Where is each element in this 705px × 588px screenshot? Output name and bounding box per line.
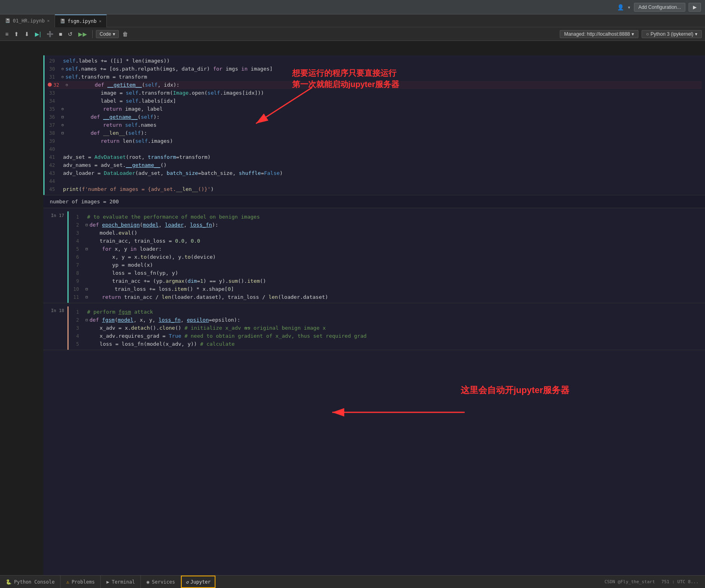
code-line-30: 30 ⊖ self.names += [os.path.relpath(imgs… [48, 65, 702, 73]
server-arrow: ▾ [632, 31, 634, 37]
code-line-37: 37 ⊖ return self.names [48, 121, 702, 129]
code-line-18-1: 1 # perform fgsm attack [72, 308, 702, 316]
run-all-button[interactable]: ▶▶ [76, 30, 89, 39]
toolbar-sep [92, 30, 93, 38]
code-line-17-11: 11 ⊟ return train_acc / len(loader.datas… [72, 293, 702, 301]
tab-label-2: fsgm.ipynb [68, 18, 97, 24]
code-line-18-5: 5 loss = loss_fn(model(x_adv, y)) # calc… [72, 340, 702, 348]
services-label: Services [152, 579, 175, 585]
add-cell-above-button[interactable]: ⬆ [12, 30, 21, 39]
code-line-39: 39 return len(self.images) [48, 137, 702, 145]
code-line-32: 32 ⊖ def __getitem__(self, idx): [48, 81, 702, 89]
tab-fsgm-ipynb[interactable]: 📓 fsgm.ipynb ✕ [55, 14, 107, 27]
jupyter-refresh-icon: ↺ [186, 579, 189, 585]
status-bar: 🐍 Python Console ⚠ Problems ▶ Terminal ◉… [0, 575, 705, 588]
services-icon: ◉ [146, 579, 149, 585]
dropdown-arrow: ▾ [113, 31, 115, 37]
kernel-arrow: ▾ [695, 31, 697, 37]
server-label: Managed: http://localhost:8888 [564, 31, 630, 37]
terminal-label: Terminal [112, 579, 135, 585]
code-line-43: 43 adv_loader = DataLoader(adv_set, batc… [48, 169, 702, 177]
code-line-35: 35 ⊖ return image, label [48, 105, 702, 113]
code-line-17-3: 3 model.eval() [72, 229, 702, 237]
coords-label: 751 : UTC 8... [661, 579, 699, 584]
status-services[interactable]: ◉ Services [141, 576, 181, 588]
code-line-17-5: 5 ⊟ for x, y in loader: [72, 245, 702, 253]
kernel-dropdown[interactable]: ○ Python 3 (ipykernel) ▾ [642, 30, 702, 38]
code-lines-18: 1 # perform fgsm attack 2 ⊟ def fgsm(mod… [69, 306, 705, 350]
tab-hr-ipynb[interactable]: 📓 01_HR.ipynb ✕ [0, 14, 55, 27]
output-text-16: number of images = 200 [50, 199, 119, 205]
top-bar: 👤 ▾ Add Configuration... ▶ [0, 0, 705, 14]
code-line-17-10: 10 ⊟ train_loss += loss.item() * x.shape… [72, 285, 702, 293]
stop-button[interactable]: ■ [57, 30, 64, 39]
code-line-44: 44 [48, 177, 702, 185]
cell-type-dropdown[interactable]: Code ▾ [96, 30, 119, 38]
status-jupyter[interactable]: ↺ Jupyter [181, 576, 215, 588]
notebook-icon-2: 📓 [60, 18, 65, 24]
code-cell-16: 29 self.labels += ([i] * len(images)) 30… [43, 55, 705, 208]
toolbar: ≡ ⬆ ⬇ ▶| ➕ ■ ↺ ▶▶ Code ▾ 🗑 Managed: http… [0, 27, 705, 41]
run-arrow-button[interactable]: ▶ [689, 3, 701, 12]
add-cell-below-button[interactable]: ⬇ [22, 30, 31, 39]
code-line-45: 45 print(f'number of images = {adv_set._… [48, 185, 702, 193]
code-line-17-2: 2 ⊟ def epoch_benign(model, loader, loss… [72, 221, 702, 229]
delete-cell-button[interactable]: 🗑 [120, 30, 130, 39]
problems-dot-icon: ⚠ [66, 579, 69, 585]
code-line-17-8: 8 loss = loss_fn(yp, y) [72, 269, 702, 277]
kernel-label: Python 3 (ipykernel) [650, 31, 693, 37]
nav-up-button[interactable]: ≡ [3, 30, 10, 39]
cell-output-16: number of images = 200 [43, 195, 705, 208]
notebook-icon-1: 📓 [5, 18, 10, 23]
code-line-34: 34 label = self.labels[idx] [48, 97, 702, 105]
code-editor[interactable]: 29 self.labels += ([i] * len(images)) 30… [43, 55, 705, 575]
code-line-17-1: 1 # to evaluate the performance of model… [72, 213, 702, 221]
python-console-label: Python Console [14, 579, 55, 585]
code-line-18-4: 4 x_adv.requires_grad = True # need to o… [72, 332, 702, 340]
code-line-42: 42 adv_names = adv_set.__getname__() [48, 161, 702, 169]
code-line-18-2: 2 ⊟ def fgsm(model, x, y, loss_fn, epsil… [72, 316, 702, 324]
code-line-38: 38 ⊟ def __len__(self): [48, 129, 702, 137]
code-lines-17: 1 # to evaluate the performance of model… [69, 211, 705, 303]
code-line-29: 29 self.labels += ([i] * len(images)) [48, 57, 702, 65]
user-icon[interactable]: 👤 ▾ [617, 4, 631, 10]
code-line-17-4: 4 train_acc, train_loss = 0.0, 0.0 [72, 237, 702, 245]
code-line-18-3: 3 x_adv = x.detach().clone() # initializ… [72, 324, 702, 332]
problems-label: Problems [71, 579, 95, 585]
add-config-button[interactable]: Add Configuration... [634, 3, 685, 12]
cell-label-18: In 18 [43, 306, 67, 350]
server-dropdown[interactable]: Managed: http://localhost:8888 ▾ [560, 30, 638, 38]
cell-type-label: Code [100, 31, 111, 37]
terminal-icon: ▶ [106, 579, 109, 585]
code-line-36: 36 ⊟ def __getname__(self): [48, 113, 702, 121]
code-line-40: 40 [48, 145, 702, 153]
add-cell-button[interactable]: ➕ [45, 30, 55, 39]
status-problems[interactable]: ⚠ Problems [61, 576, 101, 588]
server-selector: Managed: http://localhost:8888 ▾ ○ Pytho… [560, 30, 702, 38]
status-right: CSDN @Fly_the_start 751 : UTC 8... [604, 579, 705, 584]
annotation-text-2: 这里会自动开jupyter服务器 [461, 384, 569, 396]
tab-bar: 📓 01_HR.ipynb ✕ 📓 fsgm.ipynb ✕ [0, 14, 705, 27]
status-terminal[interactable]: ▶ Terminal [101, 576, 141, 588]
tab-label-1: 01_HR.ipynb [13, 18, 45, 24]
annotation-2: 这里会自动开jupyter服务器 [324, 392, 485, 434]
restart-button[interactable]: ↺ [66, 30, 75, 39]
code-line-33: 33 image = self.transform(Image.open(sel… [48, 89, 702, 97]
code-lines-16: 29 self.labels += ([i] * len(images)) 30… [45, 55, 705, 195]
kernel-icon: ○ [646, 31, 649, 37]
code-line-41: 41 adv_set = AdvDataset(root, transform=… [48, 153, 702, 161]
code-line-31: 31 ⊖ self.transform = transform [48, 73, 702, 81]
top-bar-right: 👤 ▾ Add Configuration... ▶ [617, 3, 701, 12]
status-python-console[interactable]: 🐍 Python Console [0, 576, 61, 588]
python-console-icon: 🐍 [6, 579, 12, 585]
main-content: AdersarialAttac 29 self.labels += ([i] *… [43, 55, 705, 575]
code-line-17-9: 9 train_acc += (yp.argmax(dim=1) == y).s… [72, 277, 702, 285]
cell-label-17: In 17 [43, 211, 67, 303]
csdn-label: CSDN @Fly_the_start [604, 579, 655, 584]
jupyter-label: Jupyter [190, 579, 211, 585]
tab-close-2[interactable]: ✕ [99, 19, 102, 23]
code-line-17-7: 7 yp = model(x) [72, 261, 702, 269]
arrow-svg-2 [324, 392, 485, 432]
tab-close-1[interactable]: ✕ [47, 18, 49, 23]
run-selected-button[interactable]: ▶| [33, 30, 43, 39]
